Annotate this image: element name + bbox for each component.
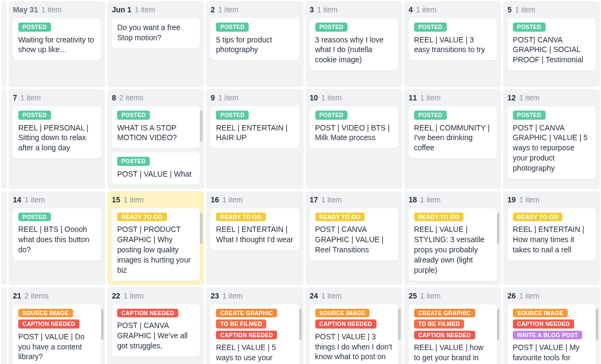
status-tag-caption: CAPTION NEEDED [117,309,178,318]
row-sliver [1,89,6,189]
content-card[interactable]: READY TO GOPOST | PRODUCT GRAPHIC | Why … [112,208,200,281]
status-tag-ready: READY TO GO [414,213,464,222]
calendar-cell[interactable]: 261 itemSOURCE IMAGECAPTION NEEDEDWRITE … [503,287,600,364]
calendar-cell[interactable]: 111 itemPOSTEDREEL | COMMUNITY | I've be… [404,89,501,189]
status-tag-source: SOURCE IMAGE [315,309,370,318]
calendar-cell[interactable]: 181 itemREADY TO GOREEL | VALUE | STYLIN… [404,191,501,285]
content-card[interactable]: POSTEDWHAT IS A STOP MOTION VIDEO? [112,106,200,148]
cell-header: 181 item [409,195,497,204]
tag-list: READY TO GO [513,213,590,222]
status-tag-posted: POSTED [18,111,51,120]
content-card[interactable]: READY TO GOREEL | VALUE | STYLING: 3 ver… [409,208,497,281]
calendar-cell[interactable]: 151 itemREADY TO GOPOST | PRODUCT GRAPHI… [107,191,204,285]
day-label: 12 [508,93,516,102]
calendar-cell[interactable]: 251 itemCREATE GRAPHICTO BE FILMEDCAPTIO… [404,287,501,364]
scrollbar[interactable] [200,111,202,142]
content-card[interactable]: CREATE GRAPHICTO BE FILMEDCAPTION NEEDED… [211,304,299,364]
calendar-cell[interactable]: 41 itemPOSTEDREEL | VALUE | 3 easy trans… [404,1,501,87]
tag-list: CAPTION NEEDED [117,309,194,318]
scrollbar[interactable] [497,309,499,340]
calendar-grid: May 311 itemPOSTEDWaiting for creativity… [0,0,601,364]
status-tag-posted: POSTED [18,23,51,32]
status-tag-posted: POSTED [513,111,546,120]
cell-header: 212 items [13,292,101,300]
content-card[interactable]: CAPTION NEEDEDPOST | CANVA GRAPHIC | We'… [112,304,200,356]
calendar-cell[interactable]: 101 itemPOSTEDPOST | VIDEO | BTS | Milk … [306,89,402,189]
content-card[interactable]: POSTEDPOST | VIDEO | BTS | Milk Mate pro… [310,106,398,148]
status-tag-ready: READY TO GO [315,213,365,222]
cell-header: Jun 11 item [112,5,200,14]
card-title: REEL | ENTERTAIN | How many times it tak… [513,224,590,255]
day-label: 25 [409,292,417,300]
card-title: POST | VALUE | What [117,169,194,179]
scrollbar[interactable] [398,309,401,340]
item-count: 1 item [124,292,144,300]
calendar-cell[interactable]: 221 itemCAPTION NEEDEDPOST | CANVA GRAPH… [107,287,204,364]
content-card[interactable]: SOURCE IMAGECAPTION NEEDEDPOST | VALUE |… [310,304,398,364]
scrollbar[interactable] [200,213,202,244]
day-label: 15 [112,195,120,204]
calendar-cell[interactable]: 241 itemSOURCE IMAGECAPTION NEEDEDPOST |… [306,287,402,364]
content-card[interactable]: SOURCE IMAGECAPTION NEEDEDWRITE A BLOG P… [508,304,596,364]
calendar-cell[interactable]: 212 itemsSOURCE IMAGECAPTION NEEDEDPOST … [9,287,105,364]
calendar-cell[interactable]: 161 itemREADY TO GOREEL | ENTERTAIN | Wh… [206,191,303,285]
content-card[interactable]: READY TO GOPOST | CANVA GRAPHIC | VALUE … [310,208,398,260]
day-label: 7 [13,93,17,102]
row-sliver [1,191,6,285]
status-tag-caption: CAPTION NEEDED [513,319,574,329]
calendar-cell[interactable]: 31 itemPOSTED3 reasons why I love what I… [306,1,402,87]
card-title: REEL | VALUE | 5 ways to use your produc… [216,343,293,364]
calendar-cell[interactable]: 231 itemCREATE GRAPHICTO BE FILMEDCAPTIO… [206,287,303,364]
tag-list: POSTED [315,111,393,120]
content-card[interactable]: POSTEDREEL | VALUE | 3 easy transitions … [409,18,497,60]
content-card[interactable]: SOURCE IMAGECAPTION NEEDEDPOST | VALUE |… [13,304,101,364]
scrollbar[interactable] [101,309,104,340]
status-tag-posted: POSTED [216,111,249,120]
item-count: 1 item [420,93,440,102]
card-title: POST | CANVA GRAPHIC | We've all got str… [117,321,194,351]
calendar-cell[interactable]: Jun 11 itemDo you want a free Stop motio… [107,1,204,87]
item-count: 1 item [519,195,539,204]
content-card[interactable]: POSTEDREEL | ENTERTAIN | HAIR UP [211,106,299,148]
item-count: 1 item [519,292,539,300]
content-card[interactable]: POSTEDPOST| CANVA GRAPHIC | SOCIAL PROOF… [508,18,596,70]
status-tag-caption: CAPTION NEEDED [315,319,376,329]
status-tag-film: TO BE FILMED [414,319,465,329]
card-title: POST | CANVA GRAPHIC | VALUE | 5 ways to… [513,123,590,173]
cell-header: 71 item [13,93,101,102]
content-card[interactable]: POSTEDWaiting for creativity to show up … [13,18,101,60]
day-label: 4 [409,5,413,14]
calendar-cell[interactable]: 51 itemPOSTEDPOST| CANVA GRAPHIC | SOCIA… [503,1,600,87]
calendar-cell[interactable]: May 311 itemPOSTEDWaiting for creativity… [9,1,105,87]
content-card[interactable]: POSTEDPOST | VALUE | What [112,152,200,184]
scrollbar[interactable] [596,309,598,340]
card-title: POST | PRODUCT GRAPHIC | Why posting low… [117,224,194,275]
calendar-cell[interactable]: 141 itemPOSTEDREEL | BTS | Ooooh what do… [9,191,105,285]
content-card[interactable]: READY TO GOREEL | ENTERTAIN | What I tho… [211,208,299,250]
calendar-cell[interactable]: 191 itemREADY TO GOREEL | ENTERTAIN | Ho… [503,191,600,285]
calendar-cell[interactable]: 82 itemsPOSTEDWHAT IS A STOP MOTION VIDE… [107,89,204,189]
cell-header: 111 item [409,93,497,102]
card-title: REEL | VALUE | 3 easy transitions to try [414,35,491,55]
scrollbar[interactable] [497,213,499,244]
scrollbar[interactable] [299,309,302,340]
calendar-cell[interactable]: 21 itemPOSTED5 tips for product photogra… [206,1,303,87]
content-card[interactable]: Do you want a free Stop motion? [112,18,200,48]
calendar-cell[interactable]: 171 itemREADY TO GOPOST | CANVA GRAPHIC … [306,191,402,285]
item-count: 1 item [519,93,539,102]
content-card[interactable]: POSTEDPOST | CANVA GRAPHIC | VALUE | 5 w… [508,106,596,179]
item-count: 1 item [321,292,342,300]
content-card[interactable]: POSTED3 reasons why I love what I do (nu… [310,18,398,70]
content-card[interactable]: READY TO GOREEL | ENTERTAIN | How many t… [508,208,596,260]
content-card[interactable]: POSTEDREEL | PERSONAL | Sitting down to … [13,106,101,158]
content-card[interactable]: CREATE GRAPHICTO BE FILMEDCAPTION NEEDED… [409,304,497,364]
day-label: 19 [508,195,516,204]
content-card[interactable]: POSTED5 tips for product photography [211,18,299,60]
tag-list: SOURCE IMAGECAPTION NEEDED [315,309,393,329]
calendar-cell[interactable]: 91 itemPOSTEDREEL | ENTERTAIN | HAIR UP [206,89,303,189]
content-card[interactable]: POSTEDREEL | COMMUNITY | I've been drink… [409,106,497,158]
calendar-cell[interactable]: 71 itemPOSTEDREEL | PERSONAL | Sitting d… [9,89,105,189]
calendar-cell[interactable]: 121 itemPOSTEDPOST | CANVA GRAPHIC | VAL… [503,89,600,189]
day-label: 21 [13,292,21,300]
content-card[interactable]: POSTEDREEL | BTS | Ooooh what does this … [13,208,101,260]
